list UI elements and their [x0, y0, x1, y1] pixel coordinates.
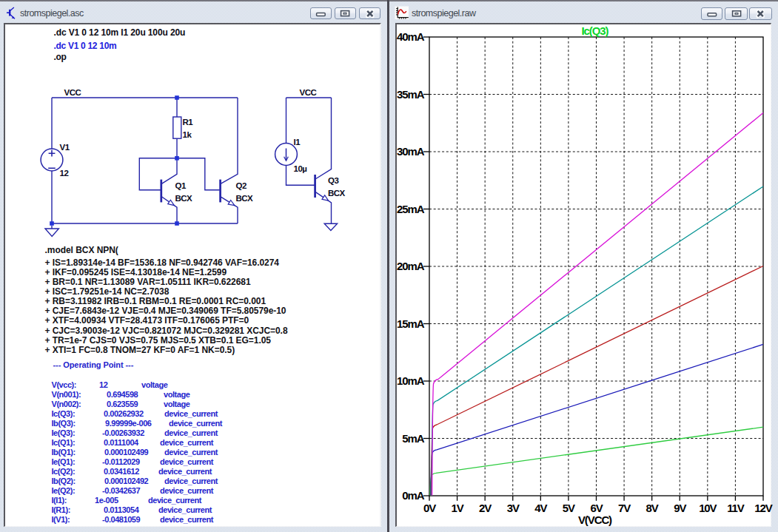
- svg-text:1k: 1k: [183, 130, 192, 139]
- svg-text:R1: R1: [183, 118, 194, 127]
- svg-text:I1: I1: [294, 138, 301, 147]
- svg-text:8V: 8V: [646, 502, 659, 514]
- svg-text:7V: 7V: [618, 502, 631, 514]
- svg-text:12: 12: [60, 169, 69, 178]
- svg-text:BCX: BCX: [175, 194, 193, 203]
- svg-text:35mA: 35mA: [397, 88, 425, 101]
- svg-text:10µ: 10µ: [294, 164, 307, 173]
- svg-text:0V: 0V: [423, 502, 436, 514]
- svg-text:5V: 5V: [563, 502, 575, 514]
- svg-text:5mA: 5mA: [402, 432, 424, 445]
- svg-text:Q1: Q1: [175, 181, 187, 190]
- svg-text:3V: 3V: [507, 502, 520, 514]
- svg-text:12V: 12V: [754, 502, 772, 514]
- svg-text:9V: 9V: [674, 502, 686, 514]
- svg-text:11V: 11V: [727, 502, 745, 514]
- svg-text:10V: 10V: [699, 502, 717, 514]
- svg-text:4V: 4V: [534, 502, 547, 514]
- svg-text:30mA: 30mA: [397, 145, 425, 158]
- svg-text:0mA: 0mA: [402, 489, 424, 502]
- svg-text:15mA: 15mA: [397, 317, 425, 330]
- svg-text:1V: 1V: [452, 502, 464, 514]
- svg-text:BCX: BCX: [328, 189, 346, 198]
- svg-text:Q3: Q3: [328, 176, 338, 185]
- svg-text:40mA: 40mA: [397, 30, 425, 43]
- svg-text:V(VCC): V(VCC): [578, 514, 612, 526]
- svg-text:6V: 6V: [590, 502, 603, 514]
- svg-text:20mA: 20mA: [397, 260, 425, 272]
- svg-text:VCC: VCC: [64, 88, 81, 97]
- svg-text:Ic(Q3): Ic(Q3): [582, 24, 609, 37]
- svg-text:VCC: VCC: [300, 88, 317, 97]
- svg-text:2V: 2V: [479, 502, 492, 514]
- svg-text:10mA: 10mA: [397, 374, 425, 387]
- svg-text:V1: V1: [60, 143, 70, 152]
- svg-text:BCX: BCX: [236, 194, 254, 203]
- svg-text:Q2: Q2: [236, 181, 247, 190]
- svg-text:25mA: 25mA: [397, 203, 425, 215]
